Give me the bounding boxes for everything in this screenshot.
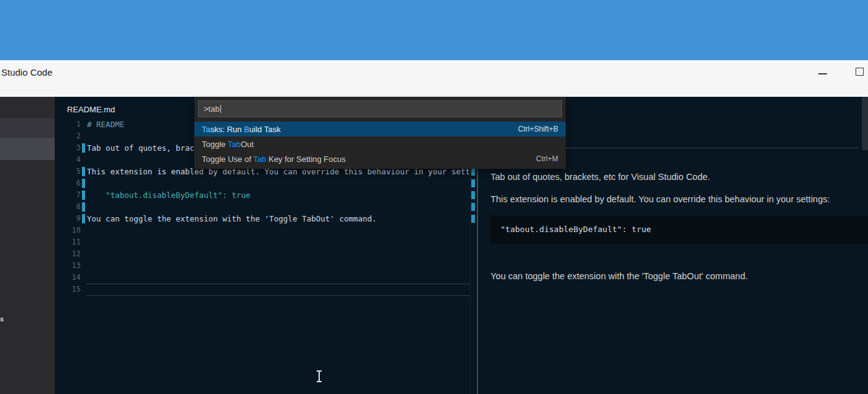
palette-item[interactable]: Toggle Use of Tab Key for Setting FocusC…	[194, 151, 566, 166]
line-number: 6	[55, 177, 81, 189]
git-modified-indicator-icon	[82, 143, 85, 153]
overview-ruler-mark	[471, 215, 475, 223]
git-modified-indicator-icon	[82, 214, 85, 223]
palette-item-label: Tasks: Run Build Task	[202, 125, 281, 134]
preview-paragraph: Tab out of quotes, brackets, etc for Vis…	[491, 171, 859, 183]
palette-item[interactable]: Tasks: Run Build TaskCtrl+Shift+B	[194, 122, 566, 137]
overview-ruler-mark	[471, 179, 475, 187]
screen: Studio Code s README.md 1# README23Tab o…	[0, 0, 868, 394]
line-number: 4	[55, 154, 81, 166]
git-modified-indicator-icon	[82, 167, 85, 176]
side-panel-text-fragment: s	[0, 315, 4, 323]
palette-item[interactable]: Toggle TabOut	[194, 137, 566, 151]
text-caret	[220, 105, 221, 113]
editor-line[interactable]: 8	[55, 201, 470, 213]
current-line-highlight	[86, 284, 470, 296]
editor-line[interactable]: 9You can toggle the extension with the '…	[55, 213, 470, 225]
palette-item-label: Toggle TabOut	[202, 140, 254, 149]
line-number: 5	[55, 166, 81, 177]
command-palette-input[interactable]: >tab	[198, 101, 562, 117]
git-modified-indicator-icon	[82, 202, 85, 212]
line-number: 2	[55, 130, 81, 142]
preview-paragraph: This extension is enabled by default. Yo…	[491, 193, 859, 205]
tab-readme[interactable]: README.md	[67, 105, 115, 114]
command-palette: >tab Tasks: Run Build TaskCtrl+Shift+BTo…	[194, 97, 566, 169]
line-number: 11	[55, 236, 81, 248]
palette-item-list: Tasks: Run Build TaskCtrl+Shift+BToggle …	[194, 122, 566, 166]
preview-code-block: "tabout.disableByDefault": true	[491, 215, 868, 244]
line-number: 9	[55, 213, 81, 225]
editor-line[interactable]: 12	[55, 248, 470, 260]
line-number: 14	[55, 272, 81, 284]
palette-item-label: Toggle Use of Tab Key for Setting Focus	[202, 154, 346, 164]
window-titlebar: Studio Code	[0, 60, 868, 97]
side-panel: s	[0, 97, 55, 394]
line-number: 13	[55, 260, 81, 272]
line-number: 12	[55, 248, 81, 260]
line-text: # README	[87, 119, 124, 130]
maximize-icon[interactable]	[856, 68, 864, 76]
editor-line[interactable]: 13	[55, 260, 470, 272]
line-text: You can toggle the extension with the 'T…	[87, 213, 377, 225]
git-modified-indicator-icon	[82, 179, 85, 188]
editor-line[interactable]: 6	[55, 177, 470, 189]
palette-item-keybinding: Ctrl+Shift+B	[518, 125, 558, 133]
editor-line[interactable]: 14	[55, 272, 470, 284]
window-title: Studio Code	[1, 67, 53, 78]
editor-line[interactable]: 11	[55, 236, 470, 248]
line-text: "tabout.disableByDefault": true	[87, 189, 250, 201]
minimize-icon[interactable]	[818, 73, 827, 74]
overview-ruler-mark	[471, 203, 475, 211]
preview-paragraph: You can toggle the extension with the 'T…	[491, 270, 859, 282]
palette-query-text: >tab	[204, 104, 220, 114]
preview-scrollbar-thumb[interactable]	[862, 97, 868, 150]
line-number: 3	[55, 142, 81, 154]
editor-line[interactable]: 10	[55, 225, 470, 236]
git-modified-indicator-icon	[82, 190, 85, 200]
overview-ruler-mark	[471, 191, 475, 199]
side-panel-row[interactable]	[0, 118, 55, 138]
line-number: 1	[55, 119, 81, 130]
side-panel-row-selected[interactable]	[0, 138, 55, 160]
palette-item-keybinding: Ctrl+M	[536, 154, 558, 163]
line-number: 7	[55, 189, 81, 201]
mouse-text-cursor-icon	[319, 371, 320, 382]
line-number: 10	[55, 225, 81, 236]
background-window	[0, 0, 868, 60]
line-number: 15	[55, 284, 81, 295]
editor-line[interactable]: 7 "tabout.disableByDefault": true	[55, 189, 470, 201]
line-number: 8	[55, 201, 81, 213]
